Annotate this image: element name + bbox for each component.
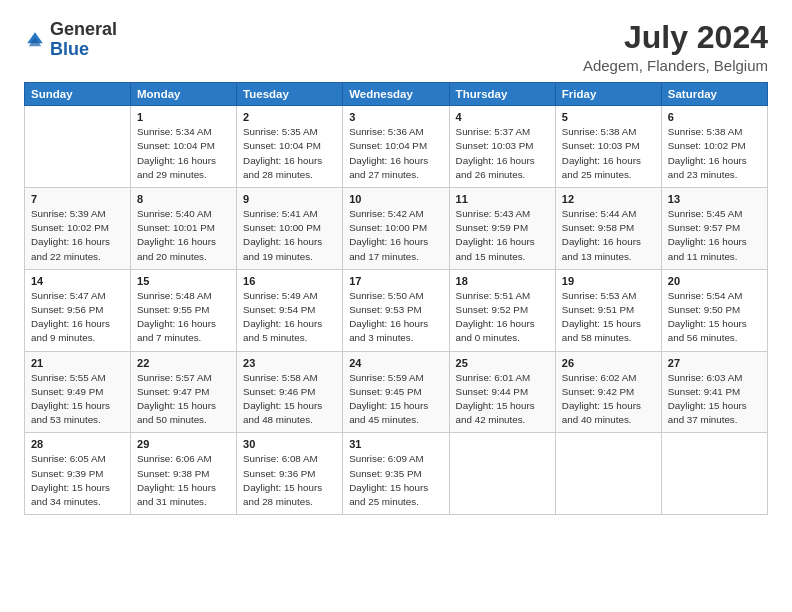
page: General Blue July 2024 Adegem, Flanders,… [0,0,792,612]
day-info: Sunrise: 5:35 AM Sunset: 10:04 PM Daylig… [243,125,336,182]
header-monday: Monday [131,83,237,106]
calendar-week-1: 7Sunrise: 5:39 AM Sunset: 10:02 PM Dayli… [25,188,768,270]
day-number: 22 [137,357,230,369]
calendar-cell [449,433,555,515]
calendar-cell: 27Sunrise: 6:03 AM Sunset: 9:41 PM Dayli… [661,351,767,433]
day-info: Sunrise: 5:59 AM Sunset: 9:45 PM Dayligh… [349,371,442,428]
main-title: July 2024 [583,20,768,55]
day-info: Sunrise: 5:55 AM Sunset: 9:49 PM Dayligh… [31,371,124,428]
day-number: 21 [31,357,124,369]
day-info: Sunrise: 5:38 AM Sunset: 10:02 PM Daylig… [668,125,761,182]
calendar-cell: 14Sunrise: 5:47 AM Sunset: 9:56 PM Dayli… [25,269,131,351]
header-tuesday: Tuesday [237,83,343,106]
day-number: 19 [562,275,655,287]
calendar-table: Sunday Monday Tuesday Wednesday Thursday… [24,82,768,515]
calendar-week-2: 14Sunrise: 5:47 AM Sunset: 9:56 PM Dayli… [25,269,768,351]
logo-general: General [50,19,117,39]
calendar-week-4: 28Sunrise: 6:05 AM Sunset: 9:39 PM Dayli… [25,433,768,515]
day-info: Sunrise: 5:42 AM Sunset: 10:00 PM Daylig… [349,207,442,264]
day-info: Sunrise: 5:54 AM Sunset: 9:50 PM Dayligh… [668,289,761,346]
header-friday: Friday [555,83,661,106]
day-info: Sunrise: 5:44 AM Sunset: 9:58 PM Dayligh… [562,207,655,264]
day-info: Sunrise: 5:47 AM Sunset: 9:56 PM Dayligh… [31,289,124,346]
calendar-cell: 30Sunrise: 6:08 AM Sunset: 9:36 PM Dayli… [237,433,343,515]
header-thursday: Thursday [449,83,555,106]
calendar-cell [661,433,767,515]
header-sunday: Sunday [25,83,131,106]
calendar-cell: 29Sunrise: 6:06 AM Sunset: 9:38 PM Dayli… [131,433,237,515]
day-info: Sunrise: 5:48 AM Sunset: 9:55 PM Dayligh… [137,289,230,346]
logo-icon [24,29,46,51]
calendar-cell: 1Sunrise: 5:34 AM Sunset: 10:04 PM Dayli… [131,106,237,188]
day-number: 4 [456,111,549,123]
day-info: Sunrise: 5:50 AM Sunset: 9:53 PM Dayligh… [349,289,442,346]
day-info: Sunrise: 5:45 AM Sunset: 9:57 PM Dayligh… [668,207,761,264]
day-number: 25 [456,357,549,369]
title-block: July 2024 Adegem, Flanders, Belgium [583,20,768,74]
calendar-cell [25,106,131,188]
day-number: 14 [31,275,124,287]
day-info: Sunrise: 6:05 AM Sunset: 9:39 PM Dayligh… [31,452,124,509]
day-number: 24 [349,357,442,369]
day-number: 18 [456,275,549,287]
calendar-cell: 18Sunrise: 5:51 AM Sunset: 9:52 PM Dayli… [449,269,555,351]
day-number: 3 [349,111,442,123]
day-info: Sunrise: 5:58 AM Sunset: 9:46 PM Dayligh… [243,371,336,428]
day-info: Sunrise: 5:37 AM Sunset: 10:03 PM Daylig… [456,125,549,182]
day-number: 15 [137,275,230,287]
day-info: Sunrise: 5:53 AM Sunset: 9:51 PM Dayligh… [562,289,655,346]
calendar-cell: 23Sunrise: 5:58 AM Sunset: 9:46 PM Dayli… [237,351,343,433]
calendar-week-0: 1Sunrise: 5:34 AM Sunset: 10:04 PM Dayli… [25,106,768,188]
day-number: 23 [243,357,336,369]
day-number: 6 [668,111,761,123]
calendar-cell: 17Sunrise: 5:50 AM Sunset: 9:53 PM Dayli… [343,269,449,351]
day-info: Sunrise: 5:41 AM Sunset: 10:00 PM Daylig… [243,207,336,264]
calendar-cell: 9Sunrise: 5:41 AM Sunset: 10:00 PM Dayli… [237,188,343,270]
day-number: 29 [137,438,230,450]
day-number: 17 [349,275,442,287]
header-saturday: Saturday [661,83,767,106]
day-info: Sunrise: 5:51 AM Sunset: 9:52 PM Dayligh… [456,289,549,346]
day-info: Sunrise: 5:43 AM Sunset: 9:59 PM Dayligh… [456,207,549,264]
calendar-cell: 3Sunrise: 5:36 AM Sunset: 10:04 PM Dayli… [343,106,449,188]
day-number: 7 [31,193,124,205]
day-number: 8 [137,193,230,205]
calendar-cell: 22Sunrise: 5:57 AM Sunset: 9:47 PM Dayli… [131,351,237,433]
day-info: Sunrise: 5:36 AM Sunset: 10:04 PM Daylig… [349,125,442,182]
header-wednesday: Wednesday [343,83,449,106]
calendar-cell: 31Sunrise: 6:09 AM Sunset: 9:35 PM Dayli… [343,433,449,515]
calendar-header-row: Sunday Monday Tuesday Wednesday Thursday… [25,83,768,106]
day-info: Sunrise: 6:09 AM Sunset: 9:35 PM Dayligh… [349,452,442,509]
day-info: Sunrise: 6:03 AM Sunset: 9:41 PM Dayligh… [668,371,761,428]
calendar-cell: 7Sunrise: 5:39 AM Sunset: 10:02 PM Dayli… [25,188,131,270]
day-number: 2 [243,111,336,123]
calendar-cell: 21Sunrise: 5:55 AM Sunset: 9:49 PM Dayli… [25,351,131,433]
day-info: Sunrise: 5:39 AM Sunset: 10:02 PM Daylig… [31,207,124,264]
day-info: Sunrise: 5:38 AM Sunset: 10:03 PM Daylig… [562,125,655,182]
calendar-cell: 15Sunrise: 5:48 AM Sunset: 9:55 PM Dayli… [131,269,237,351]
day-number: 11 [456,193,549,205]
calendar-week-3: 21Sunrise: 5:55 AM Sunset: 9:49 PM Dayli… [25,351,768,433]
calendar-cell: 2Sunrise: 5:35 AM Sunset: 10:04 PM Dayli… [237,106,343,188]
calendar-cell: 16Sunrise: 5:49 AM Sunset: 9:54 PM Dayli… [237,269,343,351]
calendar-cell: 5Sunrise: 5:38 AM Sunset: 10:03 PM Dayli… [555,106,661,188]
day-number: 20 [668,275,761,287]
calendar-cell: 4Sunrise: 5:37 AM Sunset: 10:03 PM Dayli… [449,106,555,188]
calendar-cell: 11Sunrise: 5:43 AM Sunset: 9:59 PM Dayli… [449,188,555,270]
day-number: 30 [243,438,336,450]
day-info: Sunrise: 6:02 AM Sunset: 9:42 PM Dayligh… [562,371,655,428]
calendar-cell: 20Sunrise: 5:54 AM Sunset: 9:50 PM Dayli… [661,269,767,351]
day-info: Sunrise: 5:40 AM Sunset: 10:01 PM Daylig… [137,207,230,264]
day-info: Sunrise: 6:08 AM Sunset: 9:36 PM Dayligh… [243,452,336,509]
subtitle: Adegem, Flanders, Belgium [583,57,768,74]
day-number: 10 [349,193,442,205]
calendar-cell: 10Sunrise: 5:42 AM Sunset: 10:00 PM Dayl… [343,188,449,270]
calendar-cell: 13Sunrise: 5:45 AM Sunset: 9:57 PM Dayli… [661,188,767,270]
day-number: 28 [31,438,124,450]
day-number: 13 [668,193,761,205]
calendar-cell: 12Sunrise: 5:44 AM Sunset: 9:58 PM Dayli… [555,188,661,270]
day-number: 26 [562,357,655,369]
day-info: Sunrise: 6:06 AM Sunset: 9:38 PM Dayligh… [137,452,230,509]
day-info: Sunrise: 6:01 AM Sunset: 9:44 PM Dayligh… [456,371,549,428]
calendar-cell: 19Sunrise: 5:53 AM Sunset: 9:51 PM Dayli… [555,269,661,351]
